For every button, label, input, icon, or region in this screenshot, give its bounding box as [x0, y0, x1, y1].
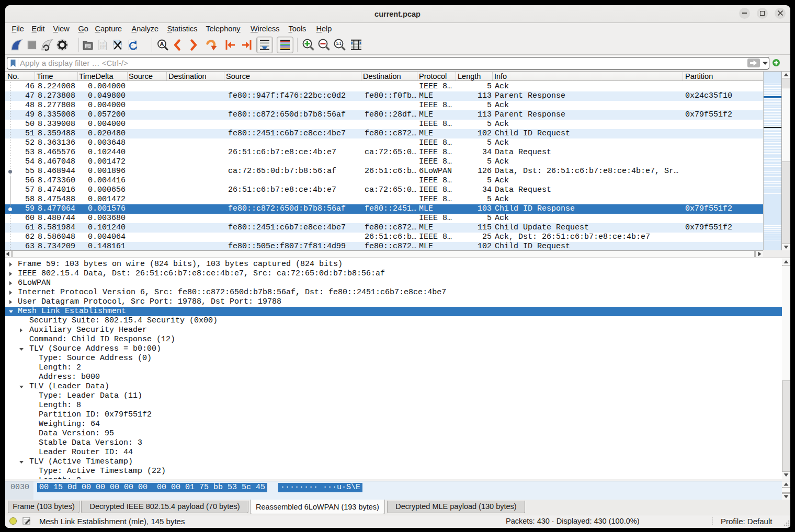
svg-text:1:1: 1:1	[336, 42, 341, 45]
svg-text:A: A	[160, 41, 164, 47]
svg-text:0111: 0111	[100, 47, 106, 50]
